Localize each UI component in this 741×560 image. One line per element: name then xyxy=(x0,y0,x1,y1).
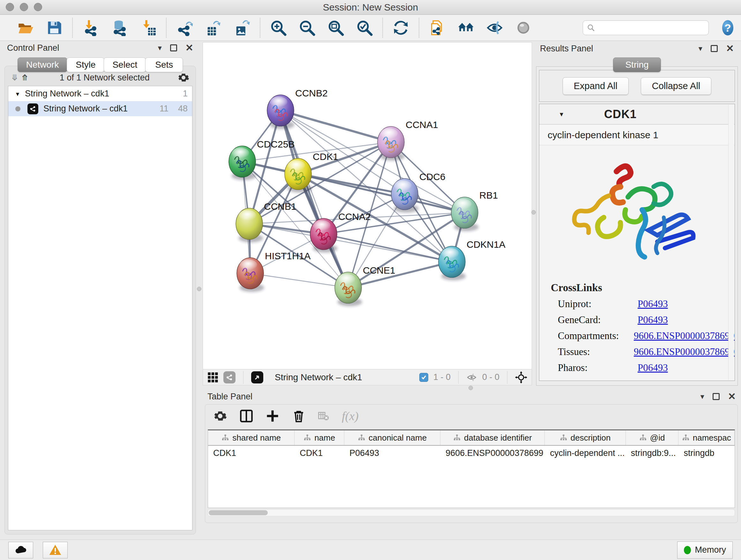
network-row-selected[interactable]: String Network – cdk1 11 48 xyxy=(8,101,192,116)
zoom-out-button[interactable] xyxy=(298,19,316,37)
node-CCNE1[interactable]: CCNE1 xyxy=(335,265,395,306)
table-cell[interactable]: CDK1 xyxy=(208,446,294,460)
grid-view-icon[interactable] xyxy=(207,372,218,383)
save-session-button[interactable] xyxy=(45,19,63,37)
results-float-icon[interactable] xyxy=(711,45,718,52)
zoom-selected-button[interactable] xyxy=(355,19,374,37)
column-header-namespac[interactable]: namespac xyxy=(678,430,735,445)
scrollbar-thumb[interactable] xyxy=(209,510,268,515)
column-header--id[interactable]: @id xyxy=(626,430,679,445)
panel-close-icon[interactable]: ✕ xyxy=(185,43,193,53)
hide-selected-button[interactable] xyxy=(486,19,503,37)
export-image-button[interactable] xyxy=(233,19,251,37)
houses-icon xyxy=(458,19,474,36)
crosslink-row: GeneCard:P06493 xyxy=(558,314,735,326)
edge-count: 48 xyxy=(178,104,188,114)
table-panel-title: Table Panel xyxy=(207,392,253,401)
highlight-orb-button[interactable] xyxy=(515,19,532,37)
selected-nodes-checkbox[interactable] xyxy=(419,373,428,382)
results-collapse-icon[interactable]: ▾ xyxy=(698,45,702,52)
table-cell[interactable]: stringdb xyxy=(678,446,735,460)
tab-style[interactable]: Style xyxy=(67,57,105,72)
zoom-fit-icon xyxy=(327,19,344,36)
table-options-gear-icon[interactable] xyxy=(213,409,227,423)
search-box[interactable] xyxy=(583,20,709,35)
import-network-database-button[interactable] xyxy=(111,19,128,37)
node-CCNB2[interactable]: CCNB2 xyxy=(267,88,328,129)
network-options-gear-icon[interactable] xyxy=(178,72,189,83)
collapse-all-networks-icon[interactable]: ⤋ xyxy=(11,73,17,83)
import-network-file-button[interactable] xyxy=(82,19,99,37)
bottom-splitter-handle[interactable] xyxy=(468,386,473,390)
zoom-in-button[interactable] xyxy=(269,19,287,37)
results-close-icon[interactable]: ✕ xyxy=(726,44,734,53)
panel-collapse-icon[interactable]: ▾ xyxy=(158,44,162,52)
node-details-header[interactable]: ▾ CDK1 xyxy=(539,104,735,125)
pan-crosshair-icon[interactable] xyxy=(515,371,527,383)
table-cell[interactable]: P06493 xyxy=(344,446,441,460)
share-view-icon[interactable] xyxy=(223,371,235,383)
help-button[interactable]: ? xyxy=(722,20,733,36)
expand-all-networks-icon[interactable]: ⤊ xyxy=(21,73,27,83)
left-splitter-handle[interactable] xyxy=(197,287,201,291)
tab-network[interactable]: Network xyxy=(17,57,68,72)
table-collapse-icon[interactable]: ▾ xyxy=(700,393,704,400)
table-float-icon[interactable] xyxy=(713,393,720,400)
entry-collapse-icon[interactable]: ▾ xyxy=(560,110,563,118)
network-canvas[interactable]: CCNB2CCNA1CDC25BCDK1CDC6RB1CCNB1CCNA2CDK… xyxy=(203,43,532,369)
tab-sets[interactable]: Sets xyxy=(145,57,183,72)
edge-CCNB2-CCNA1[interactable] xyxy=(280,111,391,142)
column-header-canonical-name[interactable]: canonical name xyxy=(344,430,441,445)
edge-CCNA2-CDKN1A[interactable] xyxy=(324,234,452,262)
tree-expand-icon[interactable]: ▾ xyxy=(16,90,19,98)
column-header-shared-name[interactable]: shared name xyxy=(208,430,294,445)
search-input[interactable] xyxy=(598,23,704,33)
show-columns-icon[interactable] xyxy=(240,409,253,423)
column-header-description[interactable]: description xyxy=(545,430,625,445)
node-CCNA1[interactable]: CCNA1 xyxy=(378,119,438,161)
memory-button[interactable]: Memory xyxy=(677,542,733,559)
crosslink-link[interactable]: P06493 xyxy=(637,298,668,310)
results-scrollbar[interactable] xyxy=(728,105,734,380)
crosslink-link[interactable]: 9606.ENSP00000378699 xyxy=(634,330,735,341)
import-table-file-button[interactable] xyxy=(139,19,157,37)
panel-float-icon[interactable] xyxy=(170,44,177,51)
clone-network-button[interactable] xyxy=(428,19,446,37)
cloud-status-button[interactable] xyxy=(8,542,33,558)
open-session-button[interactable] xyxy=(17,19,35,37)
add-column-icon[interactable] xyxy=(266,409,279,423)
export-network-button[interactable] xyxy=(176,19,193,37)
crosslink-link[interactable]: P06493 xyxy=(637,362,668,374)
zoom-selected-icon xyxy=(356,19,373,36)
table-cell[interactable]: stringdb:9... xyxy=(626,446,679,460)
birdseye-toggle-icon[interactable] xyxy=(251,371,263,383)
crosslink-link[interactable]: P06493 xyxy=(637,314,668,326)
delete-column-icon[interactable] xyxy=(292,409,306,423)
expand-all-button[interactable]: Expand All xyxy=(562,77,629,95)
collapse-all-button[interactable]: Collapse All xyxy=(641,77,712,95)
network-collection-row[interactable]: ▾ String Network – cdk1 1 xyxy=(8,86,192,101)
table-cell[interactable]: cyclin-dependent ... xyxy=(545,446,625,460)
table-close-icon[interactable]: ✕ xyxy=(728,392,736,401)
table-cell[interactable]: 9606.ENSP00000378699 xyxy=(441,446,545,460)
table-cell[interactable]: CDK1 xyxy=(294,446,344,460)
node-HIST1H1A[interactable]: HIST1H1A xyxy=(237,251,311,292)
string-results-tab[interactable]: String xyxy=(613,57,661,72)
crosslink-link[interactable]: 9606.ENSP00000378699 xyxy=(634,346,735,358)
table-row[interactable]: CDK1CDK1P064939606.ENSP00000378699cyclin… xyxy=(208,446,735,460)
warnings-button[interactable] xyxy=(43,542,68,558)
column-header-name[interactable]: name xyxy=(294,430,344,445)
node-RB1[interactable]: RB1 xyxy=(451,190,498,231)
zoom-fit-button[interactable] xyxy=(327,19,345,37)
node-CDKN1A[interactable]: CDKN1A xyxy=(439,239,506,280)
results-panel-title: Results Panel xyxy=(540,44,593,54)
export-table-button[interactable] xyxy=(204,19,222,37)
update-network-button[interactable] xyxy=(392,19,410,37)
show-all-networks-button[interactable] xyxy=(457,19,475,37)
tab-select[interactable]: Select xyxy=(104,57,146,72)
column-header-database-identifier[interactable]: database identifier xyxy=(441,430,545,445)
edge-HIST1H1A-CCNE1[interactable] xyxy=(250,273,348,288)
right-splitter-handle[interactable] xyxy=(531,210,536,214)
memory-status-dot xyxy=(684,546,691,554)
table-horizontal-scrollbar[interactable] xyxy=(208,509,735,516)
